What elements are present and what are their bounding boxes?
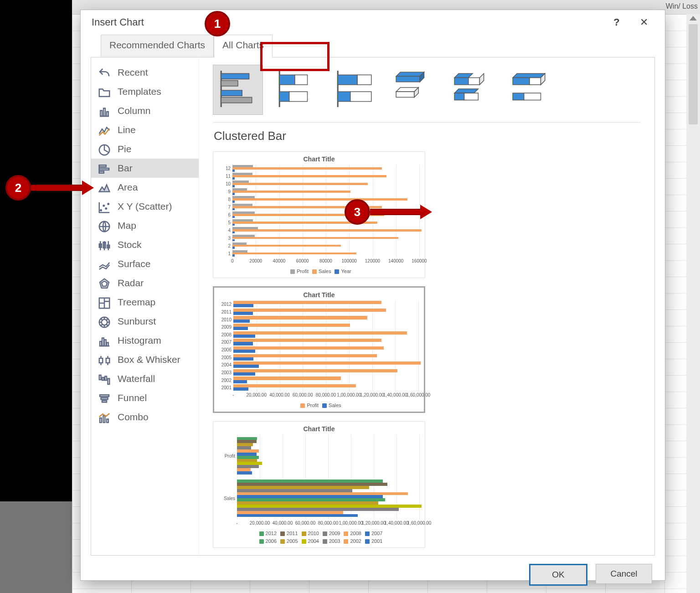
legend-swatch [365,531,370,536]
chart-bar [232,245,341,247]
svg-rect-2 [107,112,108,116]
vertical-scrollbar[interactable] [686,14,700,593]
sidebar-item-waterfall[interactable]: Waterfall [91,369,199,388]
sidebar-item-line[interactable]: Line [91,120,199,139]
svg-rect-38 [221,81,238,86]
chart-bar [232,198,407,201]
y-category-label: 2001 [221,385,233,390]
chart-subtype-clustered-bar[interactable] [213,65,263,115]
legend-label: 2001 [371,538,382,544]
legend-label: 2012 [266,531,277,536]
stacked-bar-icon [275,68,317,112]
y-category-label: 2010 [221,317,233,322]
bar-chart-icon [98,162,111,174]
chart-subtype-3d-100-stacked-bar[interactable] [504,65,555,115]
sidebar-item-box-whisker[interactable]: Box & Whisker [91,350,199,369]
chart-bar [237,495,383,498]
treemap-icon [98,296,111,308]
ok-button[interactable]: OK [529,564,587,586]
sidebar-item-recent[interactable]: Recent [91,63,199,82]
close-button[interactable]: ✕ [630,10,658,35]
sidebar-item-sunburst[interactable]: Sunburst [91,312,199,331]
chart-bar [233,376,341,380]
svg-rect-23 [107,343,108,346]
svg-rect-52 [396,92,414,97]
chart-bar [237,437,257,440]
scroll-up-icon[interactable] [690,16,697,21]
x-tick-label: 1,00,000.00 [337,392,361,397]
legend-label: 2011 [287,531,298,536]
svg-rect-50 [350,92,371,101]
chart-preview-1[interactable]: Chart Title02000040000600008000010000012… [213,151,425,278]
chart-bar [232,183,368,185]
chart-bar [233,350,255,353]
chart-bar [232,206,382,208]
legend-label: 2010 [308,531,319,536]
chart-subtype-stacked-bar[interactable] [271,65,321,115]
sidebar-item-area[interactable]: Area [91,178,199,197]
y-category-label: 3 [228,236,232,241]
3d-clustered-bar-icon [392,68,434,112]
sidebar-item-treemap[interactable]: Treemap [91,293,199,312]
svg-rect-0 [100,111,102,117]
chart-bar [232,185,235,187]
line-chart-icon [98,124,111,136]
x-tick-label: 100000 [342,258,357,263]
sidebar-item-label: Treemap [118,297,155,308]
sidebar-item-combo[interactable]: Combo [91,407,199,427]
chart-bar [232,167,382,170]
sunburst-icon [98,315,111,327]
chart-bar [237,440,257,443]
chart-preview-legend: ProfitSalesYear [216,266,422,276]
svg-rect-27 [102,377,104,380]
chart-bar [232,216,235,218]
radar-chart-icon [98,277,111,289]
sidebar-item-stock[interactable]: Stock [91,235,199,254]
dialog-titlebar: Insert Chart ? ✕ [81,10,665,35]
sidebar-item-pie[interactable]: Pie [91,139,199,159]
chart-bar [233,331,407,335]
y-category-label: Profit [225,453,237,458]
chart-bar [232,191,350,193]
chart-subtype-100-stacked-bar[interactable] [329,65,380,115]
3d-100-stacked-bar-icon [509,68,551,112]
chart-preview-3[interactable]: Chart Title-20,000.0040,000.0060,000.008… [213,421,425,548]
sidebar-item-column[interactable]: Column [91,101,199,120]
chart-subtype-3d-clustered-bar[interactable] [388,65,438,115]
chart-bar [232,229,422,232]
chart-bar [233,339,381,342]
scrollbar-thumb[interactable] [689,24,698,124]
sidebar-item-funnel[interactable]: Funnel [91,388,199,407]
y-category-label: 6 [228,212,232,217]
chart-preview-2[interactable]: Chart Title-20,000.0040,000.0060,000.008… [213,286,425,413]
sidebar-item-surface[interactable]: Surface [91,254,199,273]
chart-bar [232,170,235,172]
x-tick-label: 80,000.00 [318,520,339,526]
help-button[interactable]: ? [603,10,630,35]
sidebar-item-histogram[interactable]: Histogram [91,331,199,350]
legend-label: 2005 [287,538,298,544]
chart-bar [233,354,377,357]
cancel-button[interactable]: Cancel [596,564,652,584]
chart-subtype-row [213,65,641,123]
tab-all-charts[interactable]: All Charts [214,35,273,57]
surface-chart-icon [98,258,111,270]
sidebar-item-map[interactable]: Map [91,216,199,235]
sidebar-item-label: Line [118,124,136,135]
chart-bar [237,511,343,514]
svg-rect-20 [100,341,102,346]
svg-rect-22 [104,340,106,346]
sidebar-item-templates[interactable]: Templates [91,82,199,101]
legend-swatch [344,531,348,536]
sidebar-item-radar[interactable]: Radar [91,273,199,293]
left-panel-overlay [0,0,72,501]
chart-bar [237,456,259,459]
sidebar-item-bar[interactable]: Bar [91,159,199,178]
tab-recommended[interactable]: Recommended Charts [101,35,214,57]
chart-previews: Chart Title02000040000600008000010000012… [213,151,641,548]
chart-subtype-3d-stacked-bar[interactable] [446,65,496,115]
sidebar-item-label: Surface [118,258,150,269]
sidebar-item-x-y-scatter-[interactable]: X Y (Scatter) [91,197,199,216]
stock-chart-icon [98,239,111,251]
y-category-label: Sales [224,496,237,501]
